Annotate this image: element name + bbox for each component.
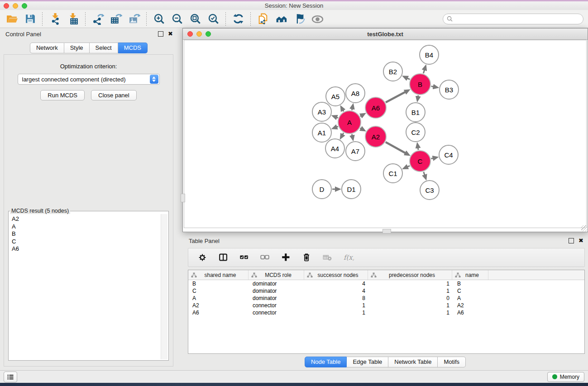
resize-grip-icon[interactable] [581, 225, 587, 231]
close-table-panel-icon[interactable]: ✖ [578, 238, 583, 243]
splitter-handle-vertical[interactable] [181, 194, 185, 202]
add-column-button[interactable] [279, 250, 293, 265]
column-header-predecessor-nodes[interactable]: predecessor nodes [368, 270, 452, 280]
graph-node-A4[interactable]: A4 [325, 138, 345, 158]
zoom-out-button[interactable] [168, 11, 186, 27]
graph-node-A[interactable]: A [338, 110, 361, 134]
hide-selected-button[interactable] [290, 11, 308, 27]
table-row[interactable]: Adominator80A [188, 295, 584, 302]
delete-column-button[interactable] [300, 250, 314, 265]
first-neighbors-button[interactable] [272, 11, 290, 27]
export-image-button[interactable] [125, 11, 143, 27]
refresh-view-button[interactable] [229, 11, 247, 27]
column-type-icon [251, 272, 257, 278]
export-network-button[interactable] [89, 11, 107, 27]
zoom-in-button[interactable] [150, 11, 168, 27]
panel-list-button[interactable] [4, 372, 17, 382]
mcds-result-item[interactable]: A2 [12, 215, 161, 223]
search-input[interactable] [455, 15, 579, 23]
result-scrollbar[interactable] [161, 214, 167, 359]
import-table-button[interactable] [64, 11, 82, 27]
clone-network-button[interactable] [254, 11, 272, 27]
graph-node-C1[interactable]: C1 [383, 163, 403, 183]
graph-node-C2[interactable]: C2 [406, 122, 425, 142]
show-all-icon [311, 13, 324, 25]
zoom-selected-button[interactable] [204, 11, 222, 27]
column-header-shared-name[interactable]: shared name [188, 270, 249, 280]
column-header-filler [488, 270, 584, 280]
graph-node-D1[interactable]: D1 [341, 179, 361, 199]
network-window-title: testGlobe.txt [183, 31, 588, 38]
edge-A6-B [386, 92, 405, 102]
table-row[interactable]: A2connector11A2 [188, 302, 584, 309]
criterion-select[interactable]: largest connected component (directed) [18, 74, 160, 85]
run-mcds-button[interactable]: Run MCDS [40, 90, 85, 100]
close-panel-icon[interactable]: ✖ [168, 31, 173, 37]
node-table: shared nameMCDS rolesuccessor nodesprede… [188, 270, 585, 354]
graph-node-A5[interactable]: A5 [325, 86, 345, 106]
tab-network[interactable]: Network [30, 43, 64, 53]
float-table-panel-icon[interactable] [569, 238, 574, 243]
column-header-MCDS-role[interactable]: MCDS role [249, 270, 304, 280]
network-window-titlebar[interactable]: testGlobe.txt [183, 29, 588, 40]
edge-A-A7 [352, 134, 352, 135]
table-row[interactable]: A6connector11A6 [188, 309, 584, 316]
open-session-button[interactable] [3, 11, 21, 27]
tab-node-table[interactable]: Node Table [305, 357, 347, 367]
table-toolbar: f(x) [188, 248, 585, 267]
export-table-button[interactable] [107, 11, 125, 27]
graph-node-B2[interactable]: B2 [383, 62, 403, 81]
column-header-name[interactable]: name [452, 270, 488, 280]
mcds-result-list[interactable]: A2ABCA6 [10, 214, 161, 359]
graph-node-A2[interactable]: A2 [365, 126, 387, 148]
export-image-icon [128, 13, 140, 25]
select-all-rows-button[interactable] [237, 250, 252, 265]
zoom-fit-button[interactable] [186, 11, 204, 27]
import-network-button[interactable] [46, 11, 64, 27]
graph-node-A1[interactable]: A1 [312, 123, 332, 143]
tab-select[interactable]: Select [90, 43, 118, 53]
table-cell: 1 [368, 302, 452, 309]
show-all-button[interactable] [308, 11, 326, 27]
table-cell: dominator [249, 288, 304, 294]
graph-node-B3[interactable]: B3 [439, 80, 459, 100]
graph-node-B1[interactable]: B1 [406, 102, 425, 122]
graph-node-A7[interactable]: A7 [345, 141, 365, 161]
table-row[interactable]: Bdominator41B [188, 280, 584, 287]
tab-motifs[interactable]: Motifs [438, 357, 466, 367]
column-header-successor-nodes[interactable]: successor nodes [304, 270, 368, 280]
table-row[interactable]: Cdominator41C [188, 287, 584, 295]
table-settings-button[interactable] [196, 250, 210, 265]
graph-node-A8[interactable]: A8 [345, 83, 365, 103]
tab-mcds[interactable]: MCDS [118, 43, 148, 53]
edge-B-B3 [431, 86, 434, 87]
memory-button[interactable]: Memory [547, 372, 584, 382]
mcds-result-item[interactable]: B [12, 230, 161, 238]
graph-node-C4[interactable]: C4 [439, 145, 459, 165]
graph-node-C[interactable]: C [409, 150, 431, 172]
deselect-all-rows-button[interactable] [258, 250, 272, 265]
tab-style[interactable]: Style [64, 43, 90, 53]
close-panel-button[interactable]: Close panel [91, 90, 137, 100]
mcds-result-item[interactable]: A6 [12, 245, 161, 253]
tab-edge-table[interactable]: Edge Table [347, 357, 388, 367]
mcds-result-item[interactable]: A [12, 223, 161, 231]
graph-node-B4[interactable]: B4 [419, 45, 439, 65]
table-cell: dominator [249, 281, 304, 287]
graph-node-B[interactable]: B [409, 73, 431, 95]
mcds-result-item[interactable]: C [12, 238, 161, 246]
graph-node-C3[interactable]: C3 [420, 180, 440, 200]
graph-node-A3[interactable]: A3 [312, 102, 332, 122]
save-session-button[interactable] [21, 11, 39, 27]
search-field[interactable] [443, 14, 583, 24]
table-cell: connector [249, 310, 304, 316]
graph-node-A6[interactable]: A6 [365, 97, 387, 119]
column-visibility-button[interactable] [216, 250, 231, 265]
tab-network-table[interactable]: Network Table [388, 357, 438, 367]
graph-node-D[interactable]: D [312, 179, 332, 199]
network-canvas[interactable]: B4B2BB3A8A5A6A3B1AA1C2A2A4A7C4CC1DD1C3 [184, 40, 587, 228]
table-cell: 1 [304, 310, 368, 316]
splitter-handle-horizontal[interactable] [382, 229, 391, 234]
table-cell: dominator [249, 295, 304, 301]
float-panel-icon[interactable] [158, 31, 163, 37]
